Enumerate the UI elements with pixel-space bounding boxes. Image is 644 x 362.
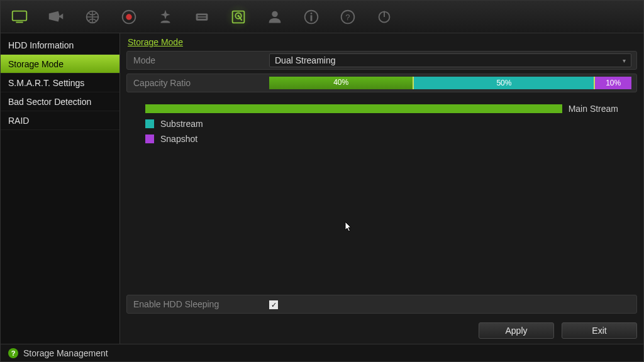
sidebar-item-s-m-a-r-t-settings[interactable]: S.M.A.R.T. Settings <box>1 74 119 92</box>
help-status-icon[interactable]: ? <box>8 348 18 358</box>
svg-rect-7 <box>197 17 206 18</box>
rs232-icon[interactable] <box>188 4 216 30</box>
shutdown-icon[interactable] <box>370 4 398 30</box>
mode-value: Dual Streaming <box>275 55 336 65</box>
legend: Main StreamSubstreamSnapshot <box>126 96 637 151</box>
account-icon[interactable] <box>261 4 289 30</box>
sleep-checkbox[interactable]: ✓ <box>269 300 278 309</box>
sidebar: HDD InformationStorage ModeS.M.A.R.T. Se… <box>1 33 120 344</box>
hdd-icon[interactable] <box>225 4 252 30</box>
chevron-down-icon: ▾ <box>623 57 626 64</box>
legend-swatch <box>145 119 154 128</box>
mode-select[interactable]: Dual Streaming ▾ <box>269 53 631 67</box>
info-icon[interactable] <box>297 4 325 30</box>
svg-rect-5 <box>196 13 208 20</box>
svg-rect-18 <box>384 11 385 16</box>
legend-swatch <box>145 134 154 143</box>
legend-row: Main Stream <box>145 101 618 116</box>
status-label: Storage Management <box>23 348 108 358</box>
sleep-label: Enable HDD Sleeping <box>127 297 269 312</box>
capacity-segment-sub[interactable]: 50% <box>414 77 595 89</box>
svg-text:?: ? <box>345 12 350 21</box>
record-icon[interactable] <box>115 4 143 30</box>
legend-row: Snapshot <box>145 131 618 146</box>
svg-rect-1 <box>16 21 23 23</box>
monitor-icon[interactable] <box>6 4 33 30</box>
sidebar-item-raid[interactable]: RAID <box>1 111 119 130</box>
svg-rect-14 <box>311 15 313 21</box>
capacity-bar[interactable]: 40%50%10% <box>269 77 631 89</box>
capacity-segment-main[interactable]: 40% <box>269 77 414 89</box>
status-bar: ? Storage Management <box>1 344 643 361</box>
main-toolbar: ? <box>1 1 643 33</box>
camera-icon[interactable] <box>42 4 70 30</box>
capacity-label: Capacity Ratio <box>127 75 269 90</box>
page-title: Storage Mode <box>126 37 637 47</box>
legend-label: Main Stream <box>569 104 618 114</box>
network-icon[interactable] <box>79 4 106 30</box>
main-content: Storage Mode Mode Dual Streaming ▾ Capac… <box>120 33 643 344</box>
sidebar-item-hdd-information[interactable]: HDD Information <box>1 36 119 55</box>
sidebar-item-bad-sector-detection[interactable]: Bad Sector Detection <box>1 92 119 111</box>
help-icon[interactable]: ? <box>334 4 362 30</box>
svg-rect-0 <box>13 11 27 20</box>
legend-row: Substream <box>145 116 618 131</box>
sidebar-item-storage-mode[interactable]: Storage Mode <box>1 55 119 74</box>
svg-point-13 <box>311 12 313 14</box>
svg-point-11 <box>272 11 277 16</box>
legend-label: Snapshot <box>160 134 197 144</box>
alarm-icon[interactable] <box>152 4 179 30</box>
legend-label: Substream <box>160 119 203 129</box>
apply-button[interactable]: Apply <box>479 322 554 339</box>
svg-point-4 <box>126 14 131 19</box>
legend-swatch <box>145 104 562 113</box>
capacity-segment-snap[interactable]: 10% <box>595 77 631 89</box>
exit-button[interactable]: Exit <box>562 322 637 339</box>
mode-label: Mode <box>127 53 269 68</box>
svg-rect-6 <box>197 15 206 16</box>
